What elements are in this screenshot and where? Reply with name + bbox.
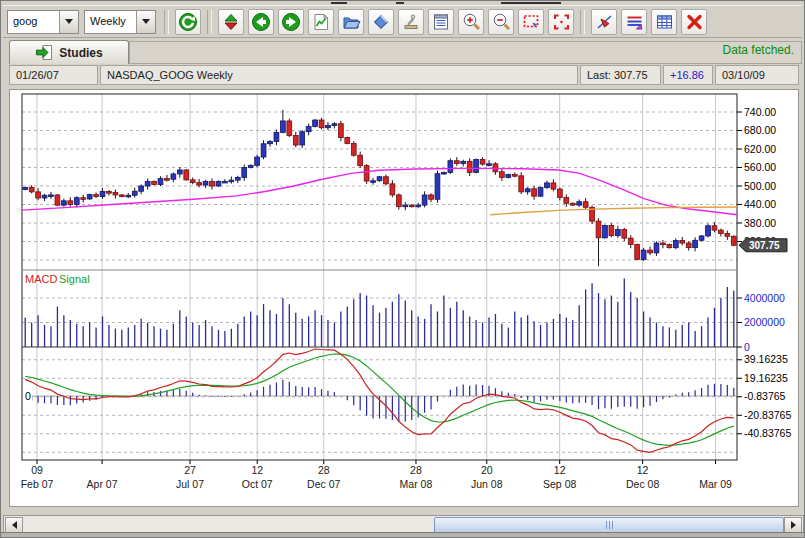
svg-text:Dec 08: Dec 08 <box>626 478 659 490</box>
svg-text:2000000: 2000000 <box>744 316 785 328</box>
svg-text:Sep 08: Sep 08 <box>543 478 576 490</box>
scrollbar-thumb[interactable] <box>434 517 784 533</box>
stamp-button[interactable] <box>398 9 424 35</box>
open-folder-button[interactable] <box>338 9 364 35</box>
open-folder-icon <box>342 13 361 31</box>
list-icon <box>432 13 450 31</box>
trendline-tool-button[interactable] <box>591 9 617 35</box>
chart-canvas[interactable]: 740.00680.00620.00560.00500.00440.00380.… <box>10 90 798 510</box>
svg-text:380.00: 380.00 <box>744 217 776 229</box>
trendline-icon <box>595 13 614 31</box>
svg-text:Apr 07: Apr 07 <box>87 478 118 490</box>
status-message: Data fetched. <box>723 43 794 57</box>
up-down-arrows-icon <box>222 13 240 31</box>
toolbar-separator <box>207 10 212 34</box>
svg-text:740.00: 740.00 <box>744 106 776 118</box>
svg-text:Feb 07: Feb 07 <box>21 478 54 490</box>
svg-text:Dec 07: Dec 07 <box>307 478 340 490</box>
expand-view-button[interactable] <box>548 9 574 35</box>
sort-updown-button[interactable] <box>218 9 244 35</box>
svg-text:27: 27 <box>184 464 196 476</box>
select-region-icon <box>522 13 541 31</box>
studies-tab-label: Studies <box>59 46 102 60</box>
studies-tab-icon <box>35 44 53 61</box>
main-toolbar: goog Weekly <box>3 5 802 38</box>
data-table-button[interactable] <box>651 9 677 35</box>
symbol-combo[interactable]: goog <box>7 10 79 34</box>
price-change-cell: +16.86 <box>663 65 713 85</box>
svg-text:-0.83765: -0.83765 <box>744 390 786 402</box>
expand-corners-icon <box>552 13 571 31</box>
chart-end-date: 03/10/09 <box>715 65 799 85</box>
forward-arrow-icon <box>281 12 301 32</box>
period-value: Weekly <box>85 11 136 33</box>
refresh-icon <box>178 12 198 32</box>
chart-document-icon <box>312 13 330 31</box>
back-arrow-icon <box>251 12 271 32</box>
indicator-lines-button[interactable] <box>621 9 647 35</box>
toolbar-separator <box>164 10 169 34</box>
symbol-value: goog <box>8 11 59 33</box>
svg-text:500.00: 500.00 <box>744 180 776 192</box>
symbol-dropdown-icon[interactable] <box>59 11 78 33</box>
tab-bar-panel <box>129 41 802 64</box>
close-x-icon <box>685 13 704 31</box>
select-region-button[interactable] <box>518 9 544 35</box>
list-button[interactable] <box>428 9 454 35</box>
period-combo[interactable]: Weekly <box>84 10 156 34</box>
scroll-right-button[interactable] <box>784 517 802 533</box>
series-title: NASDAQ_GOOG Weekly <box>100 65 578 85</box>
last-price-cell: Last: 307.75 <box>580 65 661 85</box>
scroll-right-icon <box>791 521 796 529</box>
svg-text:4000000: 4000000 <box>744 292 785 304</box>
horizontal-scrollbar[interactable] <box>3 515 804 533</box>
forward-button[interactable] <box>278 9 304 35</box>
zoom-out-button[interactable] <box>488 9 514 35</box>
data-table-icon <box>655 13 674 31</box>
delete-button[interactable] <box>681 9 707 35</box>
svg-text:Jul 07: Jul 07 <box>176 478 204 490</box>
svg-text:12: 12 <box>554 464 566 476</box>
zoom-in-icon <box>462 12 481 31</box>
window-bottom-edge <box>1 532 804 537</box>
charting-app-window: goog Weekly <box>0 0 805 538</box>
diamond-icon <box>372 13 390 31</box>
svg-text:28: 28 <box>410 464 422 476</box>
svg-text:680.00: 680.00 <box>744 124 776 136</box>
svg-text:440.00: 440.00 <box>744 198 776 210</box>
svg-text:0: 0 <box>744 341 750 353</box>
svg-text:-40.83765: -40.83765 <box>744 427 791 439</box>
zoom-out-icon <box>492 12 511 31</box>
svg-text:307.75: 307.75 <box>749 240 780 251</box>
svg-text:12: 12 <box>251 464 263 476</box>
svg-text:0: 0 <box>25 390 31 402</box>
svg-text:Mar 08: Mar 08 <box>400 478 433 490</box>
tab-bar: Studies Data fetched. <box>3 39 802 64</box>
scroll-left-button[interactable] <box>5 517 23 533</box>
stamp-icon <box>402 13 420 31</box>
svg-text:39.16235: 39.16235 <box>744 353 788 365</box>
save-diamond-button[interactable] <box>368 9 394 35</box>
svg-text:09: 09 <box>31 464 43 476</box>
svg-text:Signal: Signal <box>59 273 90 285</box>
svg-text:560.00: 560.00 <box>744 161 776 173</box>
chart-document-button[interactable] <box>308 9 334 35</box>
svg-text:-20.83765: -20.83765 <box>744 409 791 421</box>
svg-text:Mar 09: Mar 09 <box>699 478 732 490</box>
scroll-left-icon <box>12 521 17 529</box>
last-price-badge: 307.75 <box>739 239 787 252</box>
svg-text:19.16235: 19.16235 <box>744 372 788 384</box>
svg-text:12: 12 <box>637 464 649 476</box>
indicator-lines-icon <box>625 13 644 31</box>
svg-text:Oct 07: Oct 07 <box>242 478 273 490</box>
info-bar: 01/26/07 NASDAQ_GOOG Weekly Last: 307.75… <box>3 64 802 87</box>
back-button[interactable] <box>248 9 274 35</box>
period-dropdown-icon[interactable] <box>136 11 155 33</box>
zoom-in-button[interactable] <box>458 9 484 35</box>
svg-text:Jun 08: Jun 08 <box>471 478 503 490</box>
svg-text:20: 20 <box>481 464 493 476</box>
chart-start-date: 01/26/07 <box>9 65 98 85</box>
tab-studies[interactable]: Studies <box>9 40 129 64</box>
refresh-button[interactable] <box>175 9 201 35</box>
svg-text:28: 28 <box>318 464 330 476</box>
